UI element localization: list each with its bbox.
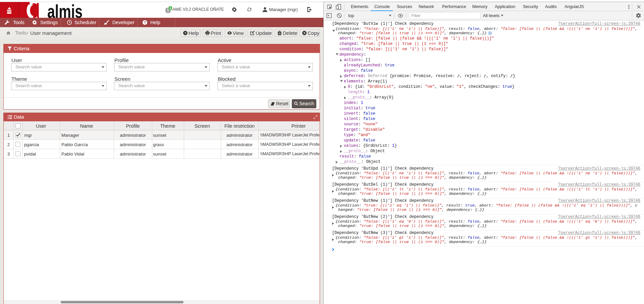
svg-text:?: ?: [184, 31, 186, 35]
svg-text:almis: almis: [47, 2, 83, 18]
svg-text:?: ?: [144, 20, 146, 24]
svg-text:3: 3: [169, 7, 171, 10]
